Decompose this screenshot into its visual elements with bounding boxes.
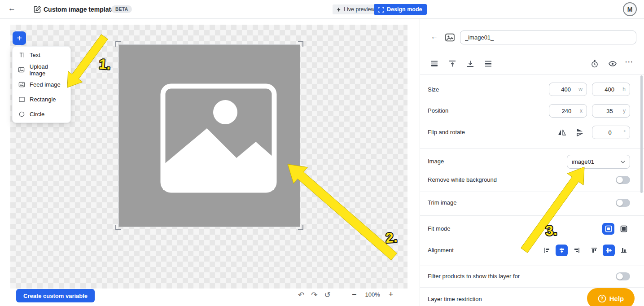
help-label: Help [609, 295, 624, 302]
position-label: Position [428, 107, 448, 114]
divider [420, 266, 644, 266]
flip-vertical-icon[interactable] [574, 127, 585, 138]
feed-image-icon [18, 81, 25, 88]
remove-bg-toggle[interactable] [616, 176, 630, 184]
app-root: ← Custom image template BETA Live previe… [0, 0, 644, 306]
text-icon [18, 52, 25, 59]
time-restriction-label: Layer time restriction [428, 296, 482, 302]
filter-products-toggle[interactable] [616, 272, 630, 280]
svg-text:?: ? [600, 296, 603, 301]
redo-icon[interactable]: ↷ [311, 290, 317, 300]
layer-name-input[interactable] [460, 31, 636, 44]
alignment-label: Alignment [428, 247, 454, 254]
chevron-down-icon [621, 161, 625, 163]
align-top-button[interactable] [588, 245, 600, 256]
image-select[interactable]: image01 [567, 155, 630, 169]
help-button[interactable]: ? Help [587, 288, 635, 306]
selection-handle[interactable] [298, 41, 303, 47]
menu-item-label: Circle [30, 111, 44, 118]
zoom-in-icon[interactable]: + [389, 290, 394, 299]
add-element-button[interactable]: + [13, 31, 26, 45]
filter-products-label: Filter products to show this layer for [428, 273, 520, 280]
topbar: ← Custom image template BETA Live previe… [0, 0, 644, 19]
add-element-menu: Text Upload image Feed image Rectangle [12, 46, 71, 123]
history-icon[interactable]: ↺ [324, 290, 331, 300]
size-label: Size [428, 86, 439, 93]
selection-handle[interactable] [115, 41, 121, 47]
avatar[interactable]: M [623, 2, 637, 16]
divider [420, 192, 644, 192]
timer-icon[interactable] [590, 59, 599, 68]
align-center-horizontal-button[interactable] [556, 245, 568, 256]
menu-item-label: Text [30, 52, 40, 58]
trim-image-toggle[interactable] [616, 199, 630, 207]
fit-mode-label: Fit mode [428, 225, 451, 232]
beta-badge: BETA [111, 5, 132, 13]
lightning-icon [337, 7, 341, 13]
panel-back-arrow-icon[interactable]: ← [431, 33, 438, 41]
send-to-back-icon[interactable] [430, 59, 439, 68]
menu-item-feed-image[interactable]: Feed image [13, 77, 70, 92]
menu-item-text[interactable]: Text [13, 48, 70, 62]
align-right-button[interactable] [570, 245, 583, 256]
upload-image-icon [18, 66, 25, 74]
zoom-level: 100% [365, 291, 380, 298]
remove-bg-label: Remove white background [428, 176, 497, 183]
image-select-value: image01 [572, 158, 594, 165]
selection-handle[interactable] [115, 225, 121, 230]
selection-handle[interactable] [298, 225, 303, 230]
page-title: Custom image template [44, 6, 114, 13]
position-x-input[interactable]: 240 x [549, 104, 587, 118]
divider [420, 74, 644, 75]
inspector-panel: ← ⋯ Size 400 w 40 [420, 19, 644, 306]
image-label: Image [428, 158, 444, 165]
canvas-area: + Text Upload image Feed image [0, 19, 420, 306]
circle-icon [18, 111, 25, 118]
divider [420, 215, 644, 216]
create-custom-variable-button[interactable]: Create custom variable [16, 289, 95, 302]
rotation-input[interactable]: 0 ° [592, 126, 630, 139]
flip-rotate-label: Flip and rotate [428, 129, 465, 136]
fit-cover-button[interactable] [618, 223, 630, 235]
position-y-input[interactable]: 35 y [592, 104, 630, 118]
menu-item-label: Upload image [30, 63, 65, 77]
align-middle-vertical-button[interactable] [603, 245, 615, 256]
panel-scrollbar[interactable] [640, 75, 643, 193]
align-bottom-button[interactable] [618, 245, 630, 256]
menu-item-label: Feed image [30, 81, 61, 88]
undo-icon[interactable]: ↶ [298, 290, 304, 300]
size-width-input[interactable]: 400 w [549, 83, 587, 96]
eye-icon[interactable] [608, 59, 617, 68]
history-controls: ↶ ↷ ↺ [298, 290, 331, 300]
menu-item-circle[interactable]: Circle [13, 107, 70, 122]
zoom-out-icon[interactable]: − [352, 290, 357, 299]
design-mode-button[interactable]: Design mode [374, 4, 427, 15]
back-arrow-icon[interactable]: ← [8, 4, 16, 13]
design-frame-icon [378, 7, 384, 13]
design-mode-label: Design mode [387, 6, 422, 13]
divider [420, 287, 644, 288]
zoom-controls: − 100% + [352, 290, 393, 299]
divider [420, 148, 644, 149]
edit-icon[interactable] [34, 5, 41, 13]
menu-item-rectangle[interactable]: Rectangle [13, 92, 70, 107]
live-preview-label: Live preview [344, 6, 375, 13]
fit-contain-button[interactable] [602, 223, 614, 235]
live-preview-button[interactable]: Live preview [333, 4, 379, 14]
image-placeholder-icon [119, 45, 300, 227]
flip-horizontal-icon[interactable] [556, 127, 567, 138]
trim-image-label: Trim image [428, 199, 457, 206]
image-layer[interactable] [119, 45, 300, 227]
distribute-layers-icon[interactable] [484, 59, 493, 68]
more-options-icon[interactable]: ⋯ [625, 57, 633, 67]
menu-item-upload-image[interactable]: Upload image [13, 62, 70, 77]
align-left-button[interactable] [541, 245, 553, 256]
image-layer-icon [445, 32, 455, 43]
bring-to-front-icon[interactable] [448, 59, 457, 68]
question-circle-icon: ? [598, 294, 606, 303]
menu-item-label: Rectangle [30, 96, 56, 103]
send-backward-icon[interactable] [466, 59, 475, 68]
size-height-input[interactable]: 400 h [592, 83, 630, 96]
rectangle-icon [18, 96, 25, 103]
